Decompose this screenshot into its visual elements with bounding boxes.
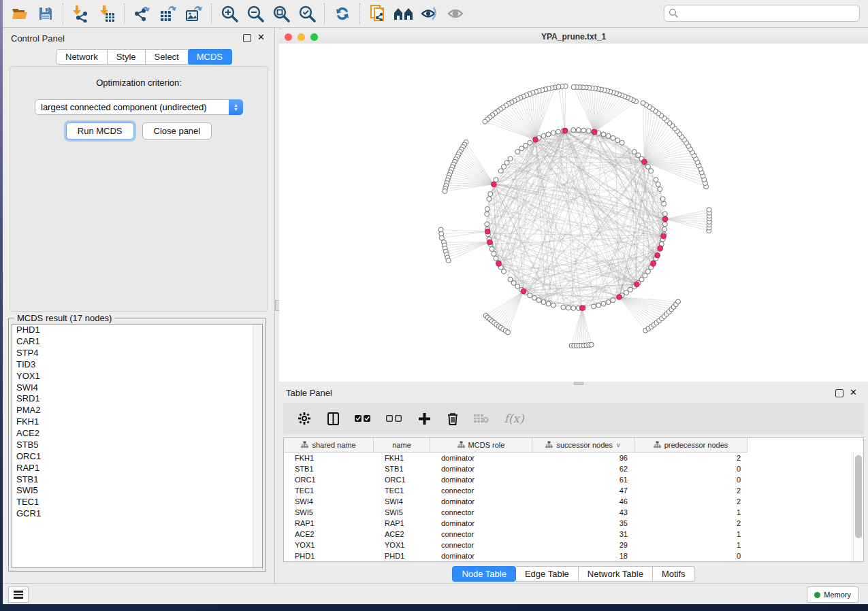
table-row[interactable]: ACE2ACE2connector311	[284, 529, 854, 540]
control-panel-tabs: NetworkStyleSelectMCDS	[56, 49, 232, 65]
close-panel-button[interactable]: Close panel	[142, 122, 212, 139]
table-row[interactable]: SWI5SWI5connector431	[284, 507, 854, 518]
mcds-node-item[interactable]: ORC1	[12, 451, 262, 463]
network-titlebar: YPA_prune.txt_1	[279, 30, 868, 44]
close-panel-icon[interactable]: ✕	[850, 389, 857, 397]
mcds-node-item[interactable]: SRD1	[12, 393, 262, 405]
close-panel-icon[interactable]: ✕	[257, 34, 265, 42]
table-row[interactable]: FKH1FKH1dominator962	[284, 452, 854, 463]
delete-table-icon[interactable]	[474, 411, 489, 426]
mcds-node-item[interactable]: PMA2	[12, 405, 262, 416]
mcds-node-item[interactable]: SWI4	[12, 382, 262, 393]
refresh-view-icon[interactable]	[329, 2, 355, 25]
mcds-node-item[interactable]: SWI5	[12, 485, 262, 497]
show-all-icon[interactable]	[443, 2, 468, 25]
search-icon	[669, 8, 679, 18]
mcds-result-list[interactable]: PHD1CAR1STP4TID3YOX1SWI4SRD1PMA2FKH1ACE2…	[12, 324, 263, 568]
zoom-out-icon[interactable]	[242, 2, 268, 25]
column-header-predecessor-nodes[interactable]: predecessor nodes	[634, 438, 748, 452]
hide-selected-icon[interactable]	[417, 2, 443, 25]
tab-edge-table[interactable]: Edge Table	[516, 566, 579, 582]
table-cell: 18	[532, 552, 634, 560]
select-all-columns-icon[interactable]	[354, 411, 372, 426]
table-cell: RAP1	[374, 519, 430, 527]
save-session-icon[interactable]	[33, 2, 59, 25]
mcds-node-item[interactable]: FKH1	[12, 416, 262, 428]
search-input[interactable]	[679, 8, 859, 19]
table-row[interactable]: PHD1PHD1dominator180	[284, 550, 854, 561]
mcds-node-item[interactable]: TEC1	[12, 497, 262, 508]
add-column-icon[interactable]	[417, 411, 432, 426]
table-row[interactable]: YOX1YOX1connector291	[284, 540, 854, 550]
mcds-node-item[interactable]: RAP1	[12, 463, 262, 474]
sort-chevron-icon[interactable]: ∨	[616, 442, 621, 448]
zoom-in-icon[interactable]	[216, 2, 242, 25]
mcds-node-item[interactable]: ACE2	[12, 428, 262, 440]
memory-status-icon	[814, 592, 820, 598]
new-network-from-selection-icon[interactable]	[365, 2, 391, 25]
run-mcds-button[interactable]: Run MCDS	[66, 122, 134, 139]
tab-mcds[interactable]: MCDS	[188, 49, 232, 65]
table-row[interactable]: STB1STB1dominator620	[284, 463, 854, 474]
mcds-node-item[interactable]: STP4	[12, 348, 262, 359]
scrollbar-thumb[interactable]	[855, 455, 862, 538]
tab-select[interactable]: Select	[146, 49, 189, 65]
optimization-criterion-select[interactable]: largest connected component (undirected)…	[35, 99, 243, 115]
memory-button[interactable]: Memory	[807, 587, 858, 603]
tab-network[interactable]: Network	[56, 49, 108, 65]
table-scrollbar[interactable]	[853, 452, 863, 561]
mcds-node-item[interactable]: TID3	[12, 359, 262, 371]
table-cell: FKH1	[374, 454, 430, 462]
table-settings-icon[interactable]	[297, 411, 312, 426]
tab-network-table[interactable]: Network Table	[579, 566, 653, 582]
column-header-MCDS-role[interactable]: MCDS role	[430, 438, 532, 452]
tab-motifs[interactable]: Motifs	[653, 566, 695, 582]
mcds-node-item[interactable]: GCR1	[12, 508, 262, 520]
table-cell: 61	[532, 476, 634, 484]
table-row[interactable]: SWI4SWI4dominator462	[284, 496, 854, 507]
close-window-icon[interactable]	[285, 33, 292, 41]
table-row[interactable]: RAP1RAP1dominator352	[284, 518, 854, 529]
mcds-node-item[interactable]: YOX1	[12, 371, 262, 382]
search-field[interactable]	[664, 5, 860, 22]
open-file-icon[interactable]	[7, 2, 33, 25]
export-network-icon[interactable]	[129, 2, 155, 25]
zoom-fit-icon[interactable]	[268, 2, 294, 25]
delete-column-icon[interactable]	[445, 411, 460, 426]
export-table-icon[interactable]	[155, 2, 181, 25]
deselect-all-columns-icon[interactable]	[385, 411, 403, 426]
table-cell: connector	[430, 541, 532, 549]
network-graph[interactable]	[279, 44, 868, 382]
column-header-successor-nodes[interactable]: successor nodes∨	[532, 438, 634, 452]
table-cell: ORC1	[284, 476, 374, 484]
mcds-node-item[interactable]: PHD1	[12, 325, 262, 336]
column-header-shared-name[interactable]: shared name	[284, 438, 374, 452]
import-network-icon[interactable]	[68, 2, 94, 25]
minimize-window-icon[interactable]	[298, 33, 305, 41]
table-toolbar: f(x)	[283, 403, 864, 434]
first-neighbors-icon[interactable]	[391, 2, 417, 25]
mcds-node-item[interactable]: STB5	[12, 440, 262, 451]
table-row[interactable]: ORC1ORC1dominator610	[284, 474, 854, 485]
float-panel-icon[interactable]	[835, 389, 843, 397]
table-row[interactable]: TEC1TEC1connector472	[284, 485, 854, 496]
mcds-node-item[interactable]: CAR1	[12, 336, 262, 348]
mcds-list-scrollbar[interactable]	[253, 325, 262, 567]
export-image-icon[interactable]	[181, 2, 207, 25]
column-header-name[interactable]: name	[374, 438, 430, 452]
zoom-selected-icon[interactable]	[294, 2, 320, 25]
show-column-panel-icon[interactable]	[325, 411, 340, 426]
table-cell: ACE2	[284, 530, 374, 538]
maximize-window-icon[interactable]	[310, 33, 318, 41]
apply-function-icon[interactable]: f(x)	[502, 411, 526, 426]
list-icon	[14, 591, 23, 599]
import-table-icon[interactable]	[94, 2, 120, 25]
float-panel-icon[interactable]	[243, 34, 251, 42]
selected-option: largest connected component (undirected)	[41, 102, 207, 112]
attribute-tree-icon	[654, 441, 661, 450]
tab-node-table[interactable]: Node Table	[452, 566, 516, 582]
tab-style[interactable]: Style	[108, 49, 146, 65]
mcds-node-item[interactable]: STB1	[12, 474, 262, 485]
network-canvas[interactable]	[279, 44, 868, 382]
show-panel-menu-button[interactable]	[8, 587, 29, 603]
